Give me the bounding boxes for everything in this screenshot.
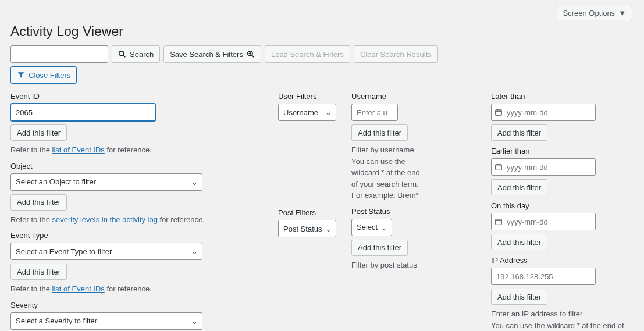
- post-filters-label: Post Filters: [278, 208, 340, 217]
- on-this-day-input[interactable]: [491, 213, 596, 230]
- close-filters-button[interactable]: Close Filters: [10, 66, 77, 84]
- username-label: Username: [351, 92, 479, 101]
- later-than-label: Later than: [491, 92, 631, 101]
- username-input[interactable]: [351, 104, 398, 121]
- add-filter-username[interactable]: Add this filter: [351, 124, 408, 141]
- svg-line-1: [123, 55, 126, 58]
- event-id-hint: Refer to the list of Event IDs for refer…: [10, 144, 266, 156]
- ip-hint: Enter an IP address to filter You can us…: [491, 308, 631, 331]
- later-than-input[interactable]: [491, 104, 596, 121]
- chevron-down-icon: ▼: [618, 9, 626, 17]
- add-filter-object[interactable]: Add this filter: [10, 194, 67, 211]
- toolbar: Search Save Search & Filters Load Search…: [10, 45, 632, 63]
- user-filters-select[interactable]: [278, 104, 336, 121]
- severity-label: Severity: [10, 301, 266, 309]
- load-search-label: Load Search & Filters: [271, 50, 344, 59]
- screen-options-button[interactable]: Screen Options ▼: [557, 6, 632, 20]
- page-title: Activity Log Viewer: [10, 24, 632, 40]
- load-search-button[interactable]: Load Search & Filters: [265, 45, 350, 63]
- post-filters-select[interactable]: [278, 220, 336, 237]
- event-id-label: Event ID: [10, 92, 266, 101]
- screen-options-label: Screen Options: [563, 9, 615, 17]
- clear-search-label: Clear Search Results: [360, 50, 432, 59]
- event-id-input[interactable]: [10, 104, 156, 121]
- clear-search-button[interactable]: Clear Search Results: [354, 45, 438, 63]
- earlier-than-label: Earlier than: [491, 147, 631, 155]
- user-filters-label: User Filters: [278, 92, 340, 101]
- svg-line-3: [252, 55, 254, 58]
- object-hint-link[interactable]: severity levels in the activity log: [52, 215, 158, 224]
- search-input[interactable]: [10, 45, 108, 63]
- add-filter-event-type[interactable]: Add this filter: [10, 264, 67, 280]
- ip-address-label: IP Address: [491, 256, 631, 265]
- post-status-label: Post Status: [351, 207, 479, 216]
- save-icon: [247, 50, 255, 58]
- svg-point-0: [119, 51, 124, 56]
- object-label: Object: [10, 162, 266, 170]
- search-button-label: Search: [130, 50, 154, 59]
- username-hint: Filter by username You can use the wildc…: [351, 144, 427, 201]
- filter-icon: [17, 71, 25, 79]
- event-type-hint-link[interactable]: list of Event IDs: [52, 284, 105, 293]
- object-hint: Refer to the severity levels in the acti…: [10, 214, 266, 226]
- on-this-day-label: On this day: [491, 201, 631, 210]
- earlier-than-input[interactable]: [491, 158, 596, 176]
- event-type-select[interactable]: [10, 243, 202, 260]
- add-filter-event-id[interactable]: Add this filter: [10, 124, 67, 141]
- add-filter-on-day[interactable]: Add this filter: [491, 234, 547, 250]
- save-search-button[interactable]: Save Search & Filters: [163, 45, 261, 63]
- search-icon: [118, 50, 126, 58]
- add-filter-post-status[interactable]: Add this filter: [351, 240, 408, 256]
- save-search-label: Save Search & Filters: [170, 50, 243, 59]
- post-status-select[interactable]: [351, 219, 392, 236]
- severity-select[interactable]: [10, 312, 202, 330]
- search-button[interactable]: Search: [112, 45, 160, 63]
- add-filter-later[interactable]: Add this filter: [491, 124, 547, 141]
- event-type-hint: Refer to the list of Event IDs for refer…: [10, 283, 266, 295]
- post-status-hint: Filter by post status: [351, 259, 479, 271]
- event-id-hint-link[interactable]: list of Event IDs: [52, 145, 105, 154]
- add-filter-earlier[interactable]: Add this filter: [491, 179, 547, 195]
- event-type-label: Event Type: [10, 231, 266, 240]
- object-select[interactable]: [10, 173, 202, 191]
- close-filters-label: Close Filters: [29, 71, 70, 80]
- ip-address-input[interactable]: [491, 268, 596, 285]
- add-filter-ip[interactable]: Add this filter: [491, 289, 547, 305]
